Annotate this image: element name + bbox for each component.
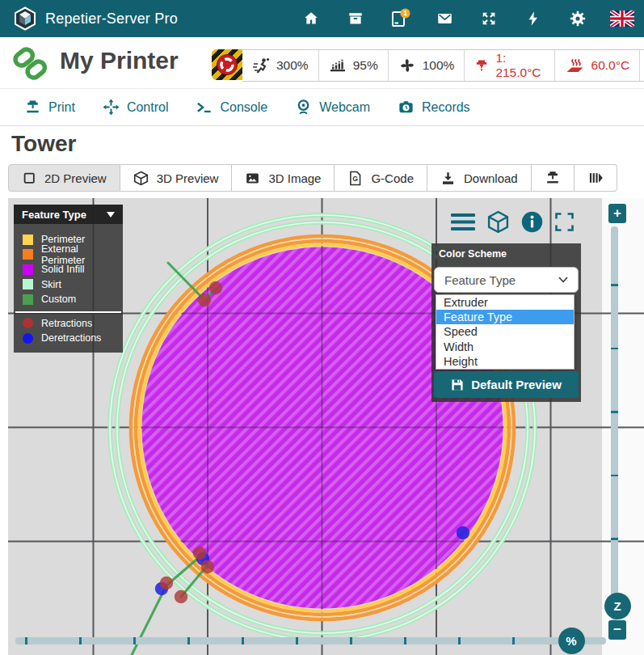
language-flag-icon[interactable] — [610, 6, 634, 31]
queue-play-icon — [587, 170, 604, 186]
legend-item: Skirt — [14, 277, 123, 293]
settings-gear-icon[interactable] — [566, 6, 590, 31]
heated-bed-icon — [565, 57, 585, 74]
zoom-in-button[interactable]: + — [608, 204, 626, 223]
color-scheme-select[interactable]: Feature Type — [434, 267, 579, 293]
svg-text:G: G — [353, 175, 359, 183]
legend-item: External Perimeter — [14, 247, 123, 263]
continue-print-button[interactable] — [575, 164, 617, 192]
brand: Repetier-Server Pro — [0, 6, 178, 31]
info-icon[interactable] — [521, 211, 543, 233]
top-navbar: Repetier-Server Pro 1 — [0, 0, 644, 37]
fan-value: 100% — [423, 58, 455, 73]
tab-print-label: Print — [48, 100, 75, 115]
app-root: Repetier-Server Pro 1 — [0, 0, 644, 655]
tab-console[interactable]: Console — [196, 99, 267, 116]
tab-records[interactable]: Records — [398, 99, 470, 116]
legend-title: Feature Type — [22, 209, 86, 221]
option-feature-type[interactable]: Feature Type — [436, 310, 574, 324]
legend-item: Deretractions — [14, 331, 123, 346]
skirt-swatch — [23, 279, 33, 289]
expand-fullscreen-icon[interactable] — [477, 6, 501, 31]
webcam-icon — [295, 99, 312, 116]
zoom-out-button[interactable]: − — [608, 620, 626, 640]
flow-bars-icon — [329, 57, 347, 74]
fan-speed-button[interactable]: 100% — [389, 50, 465, 81]
flow-value: 95% — [353, 58, 378, 73]
tab-webcam-label: Webcam — [319, 100, 370, 115]
printer-name: My Printer — [60, 47, 179, 74]
power-bolt-icon[interactable] — [521, 6, 545, 31]
perimeter-swatch — [23, 235, 33, 245]
preview-menu-icon[interactable] — [451, 213, 475, 231]
mail-icon[interactable] — [432, 6, 457, 31]
option-width[interactable]: Width — [436, 340, 574, 354]
notification-badge: 1 — [403, 9, 407, 17]
preview-3d-cube-icon[interactable] — [486, 210, 511, 234]
printer-notifications-icon[interactable]: 1 — [388, 6, 412, 31]
speed-value: 300% — [276, 58, 309, 73]
deretractions-swatch — [23, 333, 33, 344]
bed-temp-value: 60.0°C — [591, 58, 630, 73]
fan-icon — [398, 57, 416, 74]
app-title: Repetier-Server Pro — [45, 11, 178, 27]
tab-control[interactable]: Control — [103, 99, 169, 116]
z-layer-button[interactable]: Z — [604, 593, 631, 619]
view-2d-preview-button[interactable]: 2D Preview — [8, 164, 120, 192]
legend-header[interactable]: Feature Type — [14, 205, 123, 224]
job-title: Tower — [11, 131, 76, 157]
extruder-temp-button[interactable]: 1: 215.0°C — [465, 50, 554, 81]
tab-webcam[interactable]: Webcam — [295, 99, 370, 116]
gcode-file-icon: G — [347, 171, 363, 186]
tab-records-label: Records — [422, 100, 470, 115]
view-toolbar: 2D Preview 3D Preview 3D Image G G-Code — [8, 164, 617, 192]
percent-progress-button[interactable]: % — [558, 628, 585, 654]
fullscreen-icon[interactable] — [554, 211, 575, 233]
bed-temp-button[interactable]: 60.0°C — [555, 50, 641, 81]
legend-item: Retractions — [14, 316, 123, 332]
color-scheme-label: Color Scheme — [439, 248, 507, 260]
preview-toolbar — [451, 210, 575, 234]
vertical-scrollbar[interactable] — [611, 226, 618, 620]
tab-control-label: Control — [127, 100, 169, 115]
legend-body: Perimeter External Perimeter Solid Infil… — [14, 224, 123, 353]
extruder-temp-value: 1: 215.0°C — [495, 51, 544, 80]
option-height[interactable]: Height — [436, 354, 574, 369]
color-scheme-selected-value: Feature Type — [444, 273, 516, 287]
gcode-preview-area: Feature Type Perimeter External Perimete… — [8, 198, 644, 655]
download-label: Download — [464, 171, 518, 185]
custom-swatch — [23, 294, 33, 305]
option-extruder[interactable]: Extruder — [436, 295, 574, 310]
horizontal-scrollbar[interactable] — [15, 637, 606, 644]
home-icon[interactable] — [299, 6, 323, 31]
nozzle-icon — [545, 170, 561, 186]
caret-down-icon — [107, 212, 115, 218]
download-button[interactable]: Download — [427, 164, 532, 192]
print-job-button[interactable] — [532, 164, 575, 192]
solid-infill-swatch — [23, 264, 33, 275]
view-3d-image-button[interactable]: 3D Image — [232, 164, 335, 192]
legend-divider — [15, 311, 121, 313]
tab-print[interactable]: Print — [24, 99, 75, 116]
reset-icon — [216, 53, 238, 76]
speed-multiplier-button[interactable]: 300% — [242, 50, 319, 81]
navbar-icons: 1 — [299, 0, 634, 37]
view-gcode-label: G-Code — [371, 171, 414, 185]
color-scheme-dropdown-list: Extruder Feature Type Speed Width Height — [436, 294, 575, 370]
records-camera-icon — [398, 99, 415, 116]
square-outline-icon — [22, 171, 36, 185]
option-speed[interactable]: Speed — [436, 324, 574, 339]
feature-legend-panel: Feature Type Perimeter External Perimete… — [14, 205, 123, 353]
view-gcode-button[interactable]: G G-Code — [335, 164, 427, 192]
printer-link-icon — [11, 45, 48, 82]
view-3d-image-label: 3D Image — [268, 171, 321, 185]
default-preview-button[interactable]: Default Preview — [434, 371, 579, 398]
printer-menu-button[interactable] — [640, 50, 644, 81]
archive-box-icon[interactable] — [343, 6, 368, 31]
view-2d-preview-label: 2D Preview — [44, 171, 107, 185]
view-3d-preview-button[interactable]: 3D Preview — [120, 164, 233, 192]
flow-multiplier-button[interactable]: 95% — [319, 50, 389, 81]
image-icon — [245, 171, 260, 186]
extruder-icon — [474, 57, 489, 74]
emergency-stop-button[interactable] — [212, 49, 242, 80]
